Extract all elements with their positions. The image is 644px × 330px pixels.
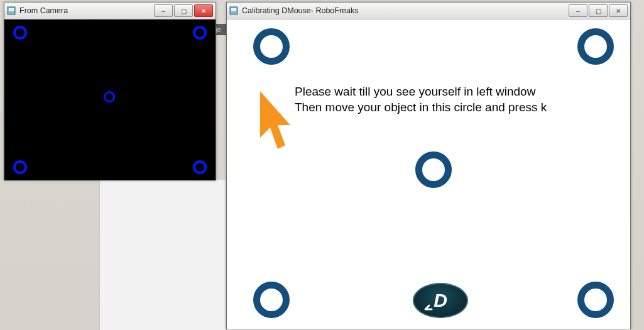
maximize-button[interactable]: ▢ bbox=[174, 4, 193, 17]
calibration-ring-bottom-left bbox=[13, 160, 27, 174]
minimize-button[interactable]: – bbox=[154, 4, 173, 17]
instruction-line-1: Please wait till you see yourself in lef… bbox=[295, 84, 547, 100]
calibration-titlebar[interactable]: Calibrating DMouse- RoboFreaks – ▢ ✕ bbox=[227, 3, 630, 19]
target-ring-top-left bbox=[253, 28, 290, 65]
target-ring-top-right bbox=[577, 28, 614, 65]
app-icon bbox=[7, 6, 16, 15]
close-button[interactable]: ✕ bbox=[194, 4, 213, 17]
instruction-line-2: Then move your object in this circle and… bbox=[295, 100, 547, 116]
close-button[interactable]: ✕ bbox=[609, 4, 628, 17]
svg-rect-1 bbox=[9, 8, 14, 11]
minimize-button[interactable]: – bbox=[569, 4, 587, 17]
camera-title: From Camera bbox=[19, 6, 68, 15]
camera-window-buttons: – ▢ ✕ bbox=[154, 4, 213, 17]
logo-letter: D bbox=[434, 290, 447, 311]
camera-titlebar[interactable]: From Camera – ▢ ✕ bbox=[4, 3, 216, 19]
calibration-window-buttons: – ▢ ✕ bbox=[569, 4, 628, 17]
calibration-window[interactable]: Calibrating DMouse- RoboFreaks – ▢ ✕ Ple… bbox=[226, 2, 631, 329]
calibration-canvas: Please wait till you see yourself in lef… bbox=[227, 19, 630, 329]
calibration-ring-top-left bbox=[13, 26, 27, 40]
cursor-arrow-icon bbox=[256, 89, 294, 158]
background-panel bbox=[99, 180, 226, 330]
target-ring-center bbox=[415, 151, 452, 188]
calibration-ring-center bbox=[104, 91, 115, 102]
app-icon bbox=[229, 6, 238, 15]
camera-window[interactable]: From Camera – ▢ ✕ bbox=[4, 2, 216, 180]
calibration-ring-top-right bbox=[193, 26, 207, 40]
desktop: oje From Camera – ▢ ✕ Ca bbox=[0, 0, 644, 330]
dmouse-logo: D bbox=[413, 283, 468, 318]
svg-rect-3 bbox=[231, 8, 236, 11]
camera-feed bbox=[4, 19, 216, 180]
instruction-text: Please wait till you see yourself in lef… bbox=[295, 84, 547, 115]
target-ring-bottom-right bbox=[577, 282, 614, 318]
target-ring-bottom-left bbox=[253, 282, 290, 318]
calibration-title: Calibrating DMouse- RoboFreaks bbox=[242, 6, 359, 15]
maximize-button[interactable]: ▢ bbox=[589, 4, 608, 17]
calibration-ring-bottom-right bbox=[193, 160, 207, 174]
